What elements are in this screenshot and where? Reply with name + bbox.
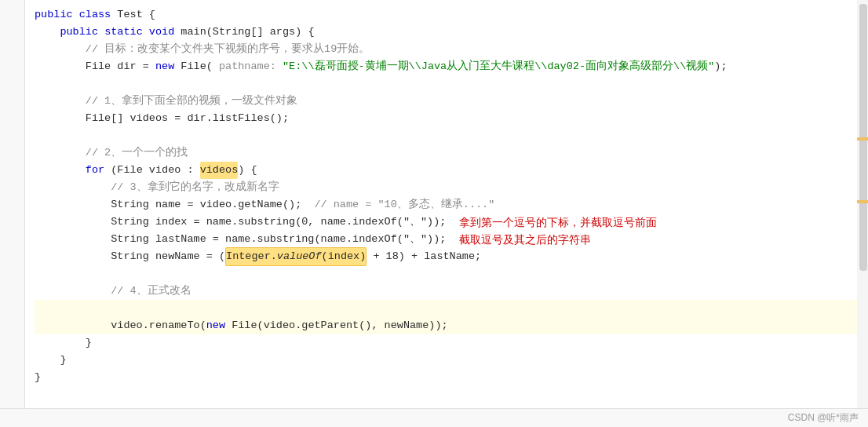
scrollbar-vertical[interactable]: [857, 0, 868, 408]
code-line: }: [35, 334, 859, 352]
code-line: [35, 300, 866, 317]
code-line: // 1、拿到下面全部的视频，一级文件对象: [35, 93, 859, 110]
code-line: String lastName = name.substring(name.in…: [35, 231, 859, 248]
code-line: public class Test {: [35, 6, 859, 24]
code-line: video.renameTo(new File(video.getParent(…: [35, 317, 866, 334]
scrollbar-marker-2: [857, 200, 868, 203]
code-line: for (File video : videos) {: [35, 162, 859, 179]
code-content: public class Test { public static void m…: [25, 0, 868, 408]
code-line: public static void main(String[] args) {: [35, 24, 859, 41]
code-area: public class Test { public static void m…: [0, 0, 868, 408]
code-line: [35, 265, 859, 283]
code-line: String index = name.substring(0, name.in…: [35, 214, 859, 231]
code-line: File dir = new File( pathname: "E:\\磊哥面授…: [35, 58, 859, 75]
code-line: }: [35, 352, 859, 369]
code-line: File[] videos = dir.listFiles();: [35, 110, 859, 127]
code-line: }: [35, 369, 859, 386]
line-numbers: [0, 0, 25, 408]
code-line: [35, 127, 859, 144]
code-line: // 目标：改变某个文件夹下视频的序号，要求从19开始。: [35, 41, 859, 58]
attribution: CSDN @听*雨声: [788, 411, 859, 425]
code-line: String newName = (Integer.valueOf(index)…: [35, 248, 859, 265]
code-line: String name = video.getName(); // name =…: [35, 196, 859, 214]
code-container: public class Test { public static void m…: [0, 0, 868, 427]
code-line: // 3、拿到它的名字，改成新名字: [35, 179, 859, 196]
code-line: [35, 75, 859, 93]
code-line: // 2、一个一个的找: [35, 144, 859, 162]
scrollbar-marker-1: [857, 137, 868, 141]
code-line: // 4、正式改名: [35, 283, 859, 300]
footer: CSDN @听*雨声: [0, 408, 868, 427]
